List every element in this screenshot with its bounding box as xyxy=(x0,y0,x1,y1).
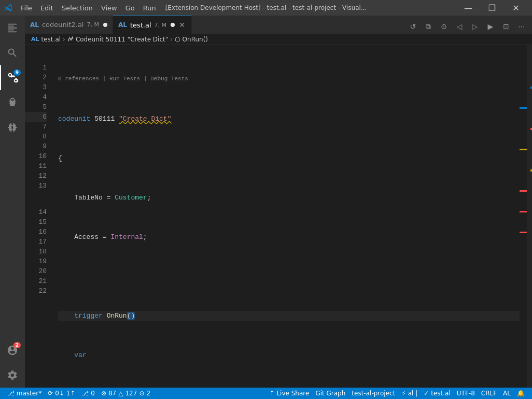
menu-file[interactable]: File xyxy=(17,3,36,13)
code-area[interactable]: 0 references | Run Tests | Debug Tests c… xyxy=(51,45,520,388)
breadcrumb-codeunit-icon: 🗲 xyxy=(67,36,74,43)
minimize-button[interactable]: — xyxy=(456,0,480,16)
branch-name: master* xyxy=(17,390,41,397)
breadcrumb-onrun[interactable]: ⬡ OnRun() xyxy=(175,36,208,43)
title-bar-left: File Edit Selection View Go Run ... xyxy=(4,3,175,13)
encoding-label: UTF-8 xyxy=(457,390,475,397)
breadcrumb-onrun-icon: ⬡ xyxy=(175,36,180,43)
status-al-info[interactable]: ⚡ al | xyxy=(398,388,421,399)
activity-debug[interactable] xyxy=(0,90,25,115)
breadcrumb-codeunit-label: Codeunit 50111 "Create Dict" xyxy=(76,36,168,43)
breadcrumb-file[interactable]: AL test.al xyxy=(31,36,61,43)
tab-debug-button[interactable]: ▶ xyxy=(483,19,498,34)
live-share-icon: ↑ xyxy=(269,390,274,397)
menu-run[interactable]: Run xyxy=(139,3,160,13)
restore-button[interactable]: ❐ xyxy=(480,0,504,16)
scrollbar-mark-yellow xyxy=(520,149,527,150)
editor-area: AL codeunit2.al 7, M AL test.al 7, M ✕ ↺… xyxy=(25,16,532,388)
tab-name-codeunit2: codeunit2.al xyxy=(42,21,84,28)
code-line-3: TableNo = Customer; xyxy=(58,193,520,203)
tab-history-button[interactable]: ↺ xyxy=(405,19,420,34)
breadcrumb-sep1: › xyxy=(63,36,65,43)
check-icon: ✓ xyxy=(424,390,429,397)
status-project[interactable]: test-al-project xyxy=(348,388,398,399)
tab-testal[interactable]: AL test.al 7, M ✕ xyxy=(113,16,192,34)
al-label: ⚡ al | xyxy=(401,390,417,397)
title-bar-title: [Extension Development Host] - test.al -… xyxy=(165,4,367,11)
status-language[interactable]: AL xyxy=(500,388,514,399)
status-bar: ⎇ master* ⟳ 0↓ 1↑ ⎇ 0 ⊗ 87 △ 127 ⊙ 2 ↑ L… xyxy=(0,388,532,399)
tab-lang-testal: AL xyxy=(118,21,127,28)
code-line-1: codeunit 50111 "Create Dict" xyxy=(58,114,520,124)
status-line-ending[interactable]: CRLF xyxy=(478,388,500,399)
status-test-file[interactable]: ✓ test.al xyxy=(421,388,454,399)
live-share-label: Live Share xyxy=(276,390,309,397)
status-branch[interactable]: ⎇ master* xyxy=(4,388,45,399)
activity-explorer[interactable] xyxy=(0,16,25,40)
tab-lineinfo-codeunit2: 7, M xyxy=(87,21,99,28)
activity-settings[interactable] xyxy=(0,363,25,388)
breadcrumb-filename: test.al xyxy=(41,36,61,43)
tab-close-testal[interactable]: ✕ xyxy=(178,21,186,29)
vscode-logo-icon xyxy=(4,4,12,12)
tab-name-testal: test.al xyxy=(130,21,151,29)
activity-scm[interactable]: 9 xyxy=(0,65,25,90)
close-button[interactable]: ✕ xyxy=(504,0,528,16)
scrollbar-area[interactable] xyxy=(520,45,527,388)
title-bar-controls: — ❐ ✕ xyxy=(456,0,528,16)
scrollbar-mark-blue xyxy=(520,107,527,109)
pull-request-icon: ⎇ xyxy=(81,390,89,397)
line-numbers: 1 2 3 4 5 6 7 8 9 10 11 12 13 14 15 16 1… xyxy=(25,45,51,388)
tab-split-button[interactable]: ⧉ xyxy=(421,19,436,34)
status-pull-requests[interactable]: ⎇ 0 xyxy=(78,388,97,399)
scm-badge: 9 xyxy=(13,69,21,76)
breadcrumb-onrun-label: OnRun() xyxy=(183,36,208,43)
menu-view[interactable]: View xyxy=(97,3,121,13)
ref-text-1[interactable]: 0 references | Run Tests | Debug Tests xyxy=(58,76,188,82)
activity-bar: 9 2 xyxy=(0,16,25,388)
error-count: 87 xyxy=(108,390,116,397)
warning-icon: △ xyxy=(118,390,123,397)
tab-lineinfo-testal: 7, M xyxy=(155,22,166,28)
title-bar: File Edit Selection View Go Run ... [Ext… xyxy=(0,0,532,16)
breadcrumb-codeunit[interactable]: 🗲 Codeunit 50111 "Create Dict" xyxy=(67,36,168,43)
code-line-7: var xyxy=(58,350,520,360)
activity-extensions[interactable] xyxy=(0,115,25,140)
main-area: 9 2 AL codeunit2.al 7, M AL xyxy=(0,16,532,388)
status-live-share[interactable]: ↑ Live Share xyxy=(266,388,312,399)
tab-nav-prev-button[interactable]: ◁ xyxy=(452,19,467,34)
status-sync[interactable]: ⟳ 0↓ 1↑ xyxy=(45,388,78,399)
menu-edit[interactable]: Edit xyxy=(36,3,58,13)
activity-accounts[interactable]: 2 xyxy=(0,338,25,363)
tab-more-button[interactable]: ⋯ xyxy=(514,19,529,34)
status-encoding[interactable]: UTF-8 xyxy=(454,388,478,399)
code-line-5 xyxy=(58,272,520,281)
menu-selection[interactable]: Selection xyxy=(58,3,97,13)
code-line-2: { xyxy=(58,153,520,163)
menu-go[interactable]: Go xyxy=(121,3,139,13)
warning-count: 127 xyxy=(125,390,137,397)
tab-actions: ↺ ⧉ ⊙ ◁ ▷ ▶ ⊡ ⋯ xyxy=(402,19,532,34)
tab-layout-button[interactable]: ⊡ xyxy=(499,19,513,34)
tabs-bar: AL codeunit2.al 7, M AL test.al 7, M ✕ ↺… xyxy=(25,16,532,34)
status-notifications[interactable]: 🔔 xyxy=(514,388,528,399)
scrollbar-mark-red-3 xyxy=(520,232,527,233)
pull-request-count: 0 xyxy=(91,390,95,397)
status-git-graph[interactable]: Git Graph xyxy=(312,388,348,399)
line-ending-label: CRLF xyxy=(481,390,497,397)
tab-lang-codeunit2: AL xyxy=(30,21,39,28)
tab-compare-button[interactable]: ⊙ xyxy=(437,19,451,34)
info-count: 2 xyxy=(146,390,150,397)
breadcrumb-sep2: › xyxy=(170,36,173,43)
project-label: test-al-project xyxy=(352,390,395,397)
code-line-4: Access = Internal; xyxy=(58,232,520,242)
status-errors[interactable]: ⊗ 87 △ 127 ⊙ 2 xyxy=(98,388,153,399)
references-line-1: 0 references | Run Tests | Debug Tests xyxy=(58,75,520,83)
tab-codeunit2[interactable]: AL codeunit2.al 7, M xyxy=(25,16,113,34)
activity-search[interactable] xyxy=(0,40,25,65)
language-label: AL xyxy=(503,390,511,397)
tab-nav-next-button[interactable]: ▷ xyxy=(468,19,482,34)
bell-icon: 🔔 xyxy=(517,390,525,397)
info-icon: ⊙ xyxy=(139,390,144,397)
minimap xyxy=(527,45,532,388)
